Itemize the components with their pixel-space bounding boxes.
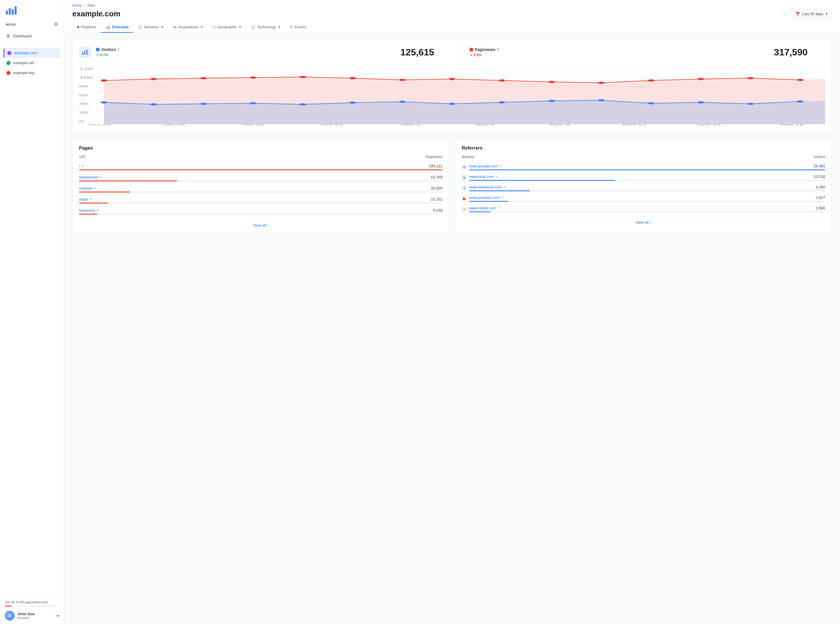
list-item: ▶ www.youtube.com ↗ 2,837 xyxy=(462,195,825,202)
dashboard-icon: ⊞ xyxy=(6,33,10,39)
page-url[interactable]: /dashboard ↗ xyxy=(79,175,102,179)
visitors-dot xyxy=(150,103,157,105)
referrer-name[interactable]: www.facebook.com ↗ xyxy=(469,185,506,189)
svg-text:Nov 9: Nov 9 xyxy=(550,124,569,126)
list-item: r www.reddit.com ↗ 1,588 xyxy=(462,206,825,212)
table-row: /register ↗ 26,926 xyxy=(79,186,442,192)
sidebar-item-dashboard[interactable]: ⊞ Dashboard xyxy=(3,31,60,41)
pageviews-dot xyxy=(300,76,306,78)
menu-header: MENU ⚙ xyxy=(0,17,64,29)
svg-text:10K: 10K xyxy=(79,76,94,79)
usage-bar-fill xyxy=(5,605,12,607)
visitors-dot xyxy=(101,101,107,103)
page-value: 15,252 xyxy=(431,197,442,201)
breadcrumb: Home > Stats xyxy=(72,3,832,8)
pageviews-dot xyxy=(399,79,406,81)
stats-icon xyxy=(79,46,91,58)
sidebar-item-examplenet[interactable]: example.net xyxy=(3,58,60,68)
logo-icon xyxy=(6,5,17,15)
page-value: 9,258 xyxy=(433,208,442,213)
tab-label: Geographic xyxy=(217,25,237,29)
tab-acquisitions[interactable]: ⋈Acquisitions▼ xyxy=(168,22,208,32)
referrer-name[interactable]: www.bing.com ↗ xyxy=(469,175,497,179)
bar-fill xyxy=(469,201,508,202)
referrer-name[interactable]: www.youtube.com ↗ xyxy=(469,195,504,200)
stats-header: Visitors ℹ ↗ 4.7% 125,615 Pageview xyxy=(73,40,832,63)
date-range-button[interactable]: 📅 Last 30 days ▼ xyxy=(792,9,832,18)
realtime-dot xyxy=(77,26,79,28)
chart-area: 12K 10K 8K 6K 4K 2K 0 xyxy=(73,63,832,133)
tab-technology[interactable]: ⬜Technology▼ xyxy=(246,22,286,32)
avatar-initials: JD xyxy=(7,613,12,618)
more-options-button[interactable]: ··· xyxy=(782,11,788,17)
chart-svg: 12K 10K 8K 6K 4K 2K 0 xyxy=(79,63,825,127)
table-row: /dashboard ↗ 53,769 xyxy=(79,175,442,181)
logo-bar-1 xyxy=(6,11,8,15)
referrers-col-val: Visitors xyxy=(814,155,825,159)
logout-button[interactable]: ⇥ xyxy=(56,613,59,618)
ref-top: www.bing.com ↗ 10,326 xyxy=(469,175,825,179)
visitors-dot xyxy=(300,103,306,105)
pages-view-all-label: View all xyxy=(253,223,266,227)
svg-rect-0 xyxy=(82,52,84,55)
pages-rows: / ↗ 199,131 /dashboard ↗ 53,769 /registe… xyxy=(79,164,442,215)
visitors-change-value: 4.7% xyxy=(100,53,108,57)
tab-caret: ▼ xyxy=(278,25,281,29)
sidebar-item-examplecom[interactable]: example.com xyxy=(3,48,60,58)
chart-bar-icon xyxy=(82,49,88,56)
tab-behavior[interactable]: ⬜Behavior▼ xyxy=(133,22,168,32)
referrer-name[interactable]: www.google.com ↗ xyxy=(469,164,501,168)
breadcrumb-sep: > xyxy=(84,3,85,8)
tab-realtime[interactable]: Realtime xyxy=(72,22,101,32)
pages-panel: Pages URL Pageviews / ↗ 199,131 /dashboa… xyxy=(72,139,449,233)
site-name: example.net xyxy=(14,61,34,65)
referrer-icon: ▶ xyxy=(462,196,467,201)
table-row: / ↗ 199,131 xyxy=(79,164,442,170)
main-content: Home > Stats example.com ··· 📅 Last 30 d… xyxy=(64,0,840,624)
row-top: /welcome ↗ 9,258 xyxy=(79,208,442,213)
pages-view-all-button[interactable]: View all › xyxy=(253,223,269,227)
behavior-icon: ⬜ xyxy=(138,25,142,29)
referrers-view-all-label: View all xyxy=(636,220,649,224)
page-value: 199,131 xyxy=(429,164,442,168)
bar-fill xyxy=(469,190,530,191)
pageviews-change: ↘ 0.5% xyxy=(470,53,528,57)
row-top: /dashboard ↗ 53,769 xyxy=(79,175,442,179)
sidebar-item-exampleorg[interactable]: example.org xyxy=(3,68,60,77)
ref-details: www.google.com ↗ 25,465 xyxy=(469,164,825,170)
bar-fill xyxy=(79,214,97,215)
page-url[interactable]: /register ↗ xyxy=(79,186,96,190)
breadcrumb-current: Stats xyxy=(87,3,95,8)
bar-fill xyxy=(469,180,615,181)
svg-text:0: 0 xyxy=(79,120,84,123)
tab-events[interactable]: ⊡Events xyxy=(285,22,311,32)
referrer-name[interactable]: www.reddit.com ↗ xyxy=(469,206,500,210)
ref-top: www.reddit.com ↗ 1,588 xyxy=(469,206,825,210)
svg-text:Nov 12: Nov 12 xyxy=(623,124,646,126)
tab-overview[interactable]: 📊Overview xyxy=(101,22,133,32)
referrers-view-all-button[interactable]: View all › xyxy=(636,220,651,224)
svg-text:4K: 4K xyxy=(79,102,89,105)
bar-track xyxy=(469,180,825,181)
bar-track xyxy=(469,212,825,212)
tab-label: Behavior xyxy=(144,25,159,29)
pageviews-dot xyxy=(498,79,505,82)
visitors-info-icon: ℹ xyxy=(118,48,119,52)
visitors-dot xyxy=(498,101,505,103)
pageviews-label-row: Pageviews ℹ xyxy=(470,47,528,52)
settings-icon[interactable]: ⚙ xyxy=(54,22,58,27)
pageviews-info-icon: ℹ xyxy=(497,48,499,52)
pageviews-dot xyxy=(250,76,256,79)
ref-details: www.bing.com ↗ 10,326 xyxy=(469,175,825,181)
tab-caret: ▼ xyxy=(161,25,164,29)
page-url[interactable]: / ↗ xyxy=(79,164,84,168)
breadcrumb-home[interactable]: Home xyxy=(72,3,82,8)
acquisitions-icon: ⋈ xyxy=(173,25,176,29)
svg-text:Nov 6: Nov 6 xyxy=(475,124,495,126)
page-url[interactable]: /welcome ↗ xyxy=(79,208,99,213)
sites-list: example.com example.net example.org xyxy=(0,48,64,78)
svg-text:12K: 12K xyxy=(79,67,94,71)
tab-geographic[interactable]: ⬡Geographic▼ xyxy=(208,22,246,32)
page-url[interactable]: /login ↗ xyxy=(79,197,91,201)
pageviews-change-value: 0.5% xyxy=(474,53,481,57)
